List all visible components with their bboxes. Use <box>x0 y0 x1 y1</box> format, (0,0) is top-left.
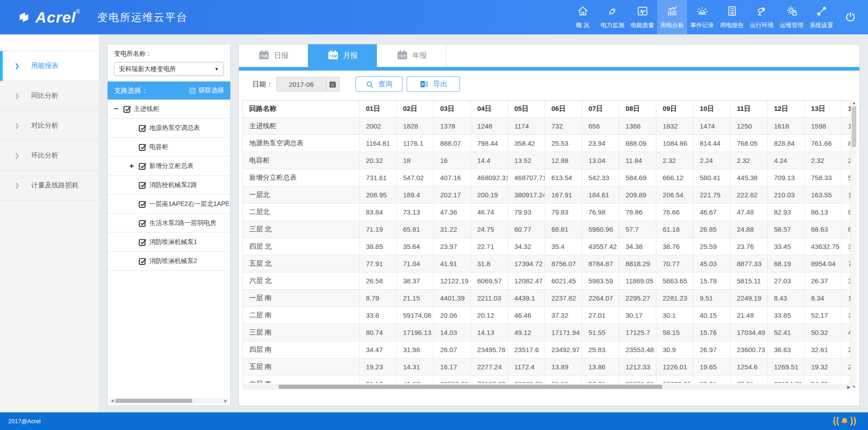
table-cell: 666.12 <box>656 169 693 186</box>
checkbox-checked-icon[interactable] <box>138 162 148 170</box>
table-cell: 163.55 <box>805 186 842 204</box>
caret-down-icon: ▼ <box>214 67 219 72</box>
nav-item-om-management[interactable]: 运维管理 <box>777 0 806 34</box>
scroll-right-arrow-icon[interactable]: ▶ <box>847 385 850 389</box>
table-cell: 1254.6 <box>730 358 768 376</box>
table-cell: 58.57 <box>768 221 805 238</box>
column-header: 09日 <box>656 100 693 118</box>
chevron-right-icon: ❯ <box>14 62 19 69</box>
table-horizontal-scrollbar[interactable]: ▶ <box>242 384 851 390</box>
cascade-select-checkbox[interactable]: 级联选择 <box>190 86 224 95</box>
table-cell: 50.21 <box>693 376 730 383</box>
nav-item-system-settings[interactable]: 系统设置 <box>806 0 836 34</box>
checkbox-checked-icon[interactable] <box>123 105 133 113</box>
sidebar-item-metering-line-loss[interactable]: ❯计量及线路损耗 <box>0 171 99 201</box>
table-cell: 2002 <box>360 118 397 135</box>
table-cell: 23492.97 <box>545 341 582 358</box>
acrel-logo-icon <box>17 10 31 24</box>
tree-node[interactable]: 消防喷淋机械泵2 <box>108 252 230 271</box>
checkbox-checked-icon[interactable] <box>138 200 148 208</box>
table-cell: 23600.73 <box>730 341 768 358</box>
table-cell: 2281.23 <box>656 290 693 307</box>
scroll-right-arrow-icon[interactable]: ▶ <box>223 399 228 403</box>
nav-item-overview[interactable]: 概 况 <box>568 0 598 34</box>
notification-bell-icon[interactable]: (( )) <box>833 416 856 427</box>
table-cell: 21.15 <box>397 290 434 307</box>
table-vertical-scrollbar[interactable]: ▲ ▼ <box>850 100 857 390</box>
export-button[interactable]: X 导出 <box>407 76 460 92</box>
table-cell: 709.13 <box>768 169 805 186</box>
tree-node[interactable]: 消防喷淋机械泵1 <box>108 233 230 252</box>
column-header: 01日 <box>360 100 397 118</box>
chevron-right-icon: ❯ <box>14 122 19 129</box>
nav-item-energy-analysis[interactable]: 用电分析 <box>657 0 687 34</box>
checkbox-checked-icon[interactable] <box>138 219 148 227</box>
calendar-picker-button[interactable] <box>326 77 340 91</box>
table-cell: 36.63 <box>768 341 805 358</box>
nav-item-power-monitor[interactable]: 电力监测 <box>598 0 627 34</box>
table-cell: 28553.38 <box>434 376 471 383</box>
table-cell: 7 <box>842 255 851 272</box>
column-header: 08日 <box>619 100 656 118</box>
tab-daily[interactable]: +1d日报 <box>239 44 308 67</box>
checkbox-checked-icon[interactable] <box>138 143 148 151</box>
table-vscroll-thumb[interactable] <box>852 106 856 147</box>
tree-horizontal-scrollbar[interactable]: ◀ ▶ <box>109 398 229 403</box>
tree-node-label: 生活水泵2路一层弱电房 <box>149 219 216 227</box>
checkbox-checked-icon[interactable] <box>138 124 148 132</box>
table-cell: 202.17 <box>434 186 471 204</box>
sidebar-item-contrast-analysis[interactable]: ❯对比分析 <box>0 111 99 141</box>
tree-hscroll-thumb[interactable] <box>115 399 192 403</box>
tree-node[interactable]: 地源热泵空调总表 <box>108 119 230 138</box>
table-row: 五层 北77.9171.0441.9131.817394.728756.0787… <box>243 255 851 272</box>
tree-node[interactable]: 一层南1APE2右一层北1APE1 <box>108 195 230 214</box>
nav-item-power-quality[interactable]: 电能质量 <box>627 0 657 34</box>
station-select[interactable]: 安科瑞新大楼变电所 ▼ <box>114 62 224 76</box>
tree-node[interactable]: 生活水泵2路一层弱电房 <box>108 214 230 233</box>
expand-icon[interactable]: + <box>129 162 138 171</box>
nav-item-event-log[interactable]: 事件记录 <box>687 0 717 34</box>
collapse-icon[interactable]: − <box>114 105 123 114</box>
row-name-cell: 电容柜 <box>243 152 360 169</box>
scroll-left-arrow-icon[interactable]: ◀ <box>109 399 115 403</box>
table-hscroll-thumb[interactable] <box>279 385 662 389</box>
row-name-cell: 一层北 <box>243 186 360 204</box>
tree-node-label: 电容柜 <box>149 143 168 151</box>
checkbox-checked-icon[interactable] <box>138 181 148 189</box>
table-cell: 38.85 <box>360 238 397 255</box>
checkbox-checked-icon[interactable] <box>138 238 148 246</box>
nav-item-energy-report[interactable]: 用电报告 <box>717 0 747 34</box>
table-cell: 1 <box>842 290 851 307</box>
nav-item-label: 运维管理 <box>780 21 803 29</box>
table-cell: 8.34 <box>805 290 842 307</box>
scroll-up-arrow-icon[interactable]: ▲ <box>851 101 857 105</box>
checkbox-checked-icon[interactable] <box>138 257 148 265</box>
date-input[interactable]: 2017-06 <box>276 77 326 91</box>
tab-monthly[interactable]: +1M月报 <box>308 44 377 67</box>
search-icon <box>365 80 374 89</box>
nav-item-environment[interactable]: 运行环境 <box>747 0 777 34</box>
table-cell: 468092.31 <box>471 169 508 186</box>
power-button[interactable] <box>836 0 864 34</box>
row-name-cell: 地源热泵空调总表 <box>243 135 360 152</box>
table-cell: 2264.07 <box>582 290 619 307</box>
table-cell: 31.8 <box>471 255 508 272</box>
table-cell: 798.44 <box>471 135 508 152</box>
table-cell: 8877.33 <box>730 255 768 272</box>
table-cell: 61.18 <box>656 221 693 238</box>
copyright-text: 2017@Acrel <box>8 418 41 425</box>
table-cell: 547.02 <box>397 169 434 186</box>
query-button[interactable]: 查询 <box>356 76 403 92</box>
tree-node[interactable]: 电容柜 <box>108 138 230 157</box>
table-cell: 1172.4 <box>508 358 545 376</box>
tab-yearly[interactable]: +1Y年报 <box>377 44 446 67</box>
table-cell: 1212.33 <box>619 358 656 376</box>
scroll-down-arrow-icon[interactable]: ▼ <box>851 385 857 389</box>
sidebar-item-yoy-analysis[interactable]: ❯同比分析 <box>0 81 99 111</box>
tree-node[interactable]: − 主进线柜 <box>108 100 230 119</box>
sidebar-item-mom-analysis[interactable]: ❯环比分析 <box>0 141 99 171</box>
tree-node[interactable]: 消防栓机械泵2路 <box>108 176 230 195</box>
tree-node[interactable]: + 新增分立柜总表 <box>108 157 230 176</box>
table-cell: 758.33 <box>805 169 842 186</box>
sidebar-item-energy-report-table[interactable]: ❯用能报表 <box>0 51 99 81</box>
